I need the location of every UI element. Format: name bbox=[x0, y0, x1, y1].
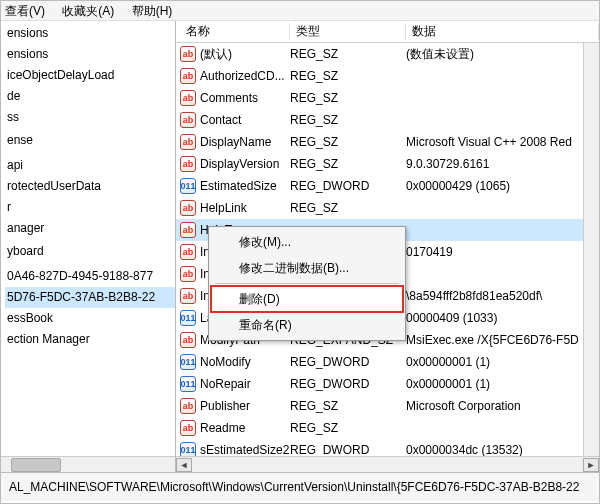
binary-value-icon: 011 bbox=[180, 178, 196, 194]
ctx-separator bbox=[215, 283, 399, 284]
table-row[interactable]: abAuthorizedCD...REG_SZ bbox=[176, 65, 599, 87]
scroll-right-icon[interactable]: ► bbox=[583, 458, 599, 472]
value-type: REG_SZ bbox=[290, 201, 406, 215]
ctx-modify-binary[interactable]: 修改二进制数据(B)... bbox=[211, 255, 403, 281]
table-row[interactable]: abCommentsREG_SZ bbox=[176, 87, 599, 109]
column-headers: 名称 类型 数据 bbox=[176, 21, 599, 43]
value-data: 9.0.30729.6161 bbox=[406, 157, 599, 171]
table-row[interactable]: 011NoRepairREG_DWORD0x00000001 (1) bbox=[176, 373, 599, 395]
string-value-icon: ab bbox=[180, 398, 196, 414]
ctx-modify[interactable]: 修改(M)... bbox=[211, 229, 403, 255]
tree-item[interactable]: ense bbox=[5, 130, 175, 151]
table-row[interactable]: abReadmeREG_SZ bbox=[176, 417, 599, 439]
context-menu: 修改(M)... 修改二进制数据(B)... 删除(D) 重命名(R) bbox=[208, 226, 406, 341]
value-data: 0x00000429 (1065) bbox=[406, 179, 599, 193]
table-row[interactable]: abContactREG_SZ bbox=[176, 109, 599, 131]
tree-item[interactable]: anager bbox=[5, 218, 175, 239]
table-row[interactable]: abPublisherREG_SZMicrosoft Corporation bbox=[176, 395, 599, 417]
list-vscrollbar[interactable] bbox=[583, 43, 599, 456]
table-row[interactable]: abDisplayVersionREG_SZ9.0.30729.6161 bbox=[176, 153, 599, 175]
tree-item[interactable]: essBook bbox=[5, 308, 175, 329]
string-value-icon: ab bbox=[180, 112, 196, 128]
tree-item[interactable]: ensions bbox=[5, 44, 175, 65]
value-type: REG_DWORD bbox=[290, 443, 406, 456]
value-data: 0x00000001 (1) bbox=[406, 377, 599, 391]
string-value-icon: ab bbox=[180, 68, 196, 84]
registry-tree[interactable]: ensionsensionsiceObjectDelayLoaddessense… bbox=[1, 21, 175, 456]
tree-item[interactable]: rotectedUserData bbox=[5, 176, 175, 197]
value-type: REG_SZ bbox=[290, 113, 406, 127]
ctx-delete[interactable]: 删除(D) bbox=[211, 286, 403, 312]
value-data: 0170419 bbox=[406, 245, 599, 259]
value-type: REG_SZ bbox=[290, 135, 406, 149]
tree-item[interactable]: r bbox=[5, 197, 175, 218]
value-type: REG_SZ bbox=[290, 157, 406, 171]
tree-item[interactable]: iceObjectDelayLoad bbox=[5, 65, 175, 86]
value-data: 0x0000034dc (13532) bbox=[406, 443, 599, 456]
value-name: NoModify bbox=[200, 355, 251, 369]
string-value-icon: ab bbox=[180, 222, 196, 238]
value-name: HelpLink bbox=[200, 201, 247, 215]
value-name: DisplayVersion bbox=[200, 157, 279, 171]
string-value-icon: ab bbox=[180, 200, 196, 216]
value-data: \8a594fff2b8fd81ea520df\ bbox=[406, 289, 599, 303]
value-name: NoRepair bbox=[200, 377, 251, 391]
tree-item[interactable]: ensions bbox=[5, 23, 175, 44]
table-row[interactable]: abHelpLinkREG_SZ bbox=[176, 197, 599, 219]
string-value-icon: ab bbox=[180, 46, 196, 62]
string-value-icon: ab bbox=[180, 288, 196, 304]
menu-favorites[interactable]: 收藏夹(A) bbox=[62, 4, 114, 18]
value-name: Publisher bbox=[200, 399, 250, 413]
value-data: 00000409 (1033) bbox=[406, 311, 599, 325]
value-name: (默认) bbox=[200, 46, 232, 63]
scroll-thumb[interactable] bbox=[11, 458, 61, 472]
tree-hscrollbar[interactable] bbox=[1, 456, 175, 472]
string-value-icon: ab bbox=[180, 420, 196, 436]
value-data: MsiExec.exe /X{5FCE6D76-F5D bbox=[406, 333, 599, 347]
value-type: REG_SZ bbox=[290, 91, 406, 105]
value-type: REG_SZ bbox=[290, 421, 406, 435]
tree-pane: ensionsensionsiceObjectDelayLoaddessense… bbox=[1, 21, 176, 472]
string-value-icon: ab bbox=[180, 156, 196, 172]
tree-item[interactable]: 5D76-F5DC-37AB-B2B8-22 bbox=[5, 287, 175, 308]
menu-view[interactable]: 查看(V) bbox=[5, 4, 45, 18]
value-data: 0x00000001 (1) bbox=[406, 355, 599, 369]
tree-item[interactable]: api bbox=[5, 155, 175, 176]
value-data: (数值未设置) bbox=[406, 46, 599, 63]
value-name: DisplayName bbox=[200, 135, 271, 149]
menu-help[interactable]: 帮助(H) bbox=[132, 4, 173, 18]
value-name: sEstimatedSize2 bbox=[200, 443, 289, 456]
table-row[interactable]: 011EstimatedSizeREG_DWORD0x00000429 (106… bbox=[176, 175, 599, 197]
binary-value-icon: 011 bbox=[180, 442, 196, 456]
header-data[interactable]: 数据 bbox=[406, 23, 599, 40]
header-name[interactable]: 名称 bbox=[180, 23, 290, 40]
tree-item[interactable]: yboard bbox=[5, 241, 175, 262]
scroll-left-icon[interactable]: ◄ bbox=[176, 458, 192, 472]
value-type: REG_SZ bbox=[290, 399, 406, 413]
statusbar: AL_MACHINE\SOFTWARE\Microsoft\Windows\Cu… bbox=[1, 473, 599, 501]
string-value-icon: ab bbox=[180, 134, 196, 150]
ctx-rename[interactable]: 重命名(R) bbox=[211, 312, 403, 338]
value-type: REG_DWORD bbox=[290, 355, 406, 369]
table-row[interactable]: 011sEstimatedSize2REG_DWORD0x0000034dc (… bbox=[176, 439, 599, 456]
menubar: 查看(V) 收藏夹(A) 帮助(H) bbox=[1, 1, 599, 21]
table-row[interactable]: abDisplayNameREG_SZMicrosoft Visual C++ … bbox=[176, 131, 599, 153]
table-row[interactable]: 011NoModifyREG_DWORD0x00000001 (1) bbox=[176, 351, 599, 373]
tree-item[interactable]: ection Manager bbox=[5, 329, 175, 350]
list-hscrollbar[interactable]: ◄ ► bbox=[176, 456, 599, 472]
string-value-icon: ab bbox=[180, 266, 196, 282]
value-name: Readme bbox=[200, 421, 245, 435]
tree-item[interactable]: ss bbox=[5, 107, 175, 128]
header-type[interactable]: 类型 bbox=[290, 23, 406, 40]
binary-value-icon: 011 bbox=[180, 376, 196, 392]
value-name: Contact bbox=[200, 113, 241, 127]
tree-item[interactable]: 0A46-827D-4945-9188-877 bbox=[5, 266, 175, 287]
value-type: REG_SZ bbox=[290, 69, 406, 83]
table-row[interactable]: ab(默认)REG_SZ(数值未设置) bbox=[176, 43, 599, 65]
string-value-icon: ab bbox=[180, 244, 196, 260]
value-data: Microsoft Corporation bbox=[406, 399, 599, 413]
value-name: EstimatedSize bbox=[200, 179, 277, 193]
value-name: Comments bbox=[200, 91, 258, 105]
binary-value-icon: 011 bbox=[180, 354, 196, 370]
tree-item[interactable]: de bbox=[5, 86, 175, 107]
